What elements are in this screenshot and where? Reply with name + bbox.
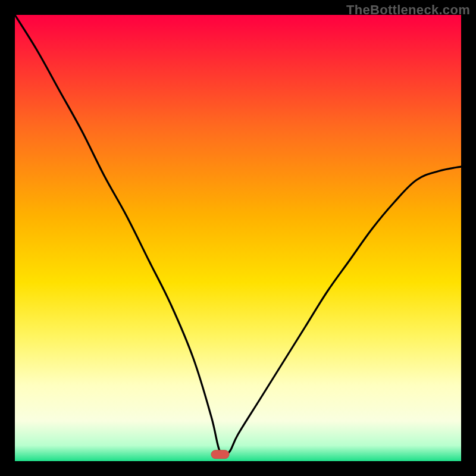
plot-area bbox=[15, 15, 461, 461]
gradient-background bbox=[15, 15, 461, 461]
optimum-marker bbox=[211, 450, 229, 459]
bottleneck-chart bbox=[15, 15, 461, 461]
chart-frame: TheBottleneck.com bbox=[0, 0, 476, 476]
